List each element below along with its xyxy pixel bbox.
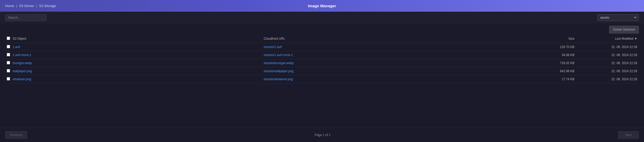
col-header-cloudfront: Cloudfront URL xyxy=(262,35,513,43)
folder-select[interactable]: assets xyxy=(597,14,639,21)
cloudfront-link-0[interactable]: /assets/1.avif xyxy=(264,45,282,49)
table-row: wallpaper.png /assets/wallpaper.png 642.… xyxy=(5,67,639,75)
page-title: Image Manager xyxy=(308,4,336,8)
header-checkbox-cell xyxy=(5,35,11,43)
breadcrumb-home[interactable]: Home xyxy=(5,4,14,8)
row-checkbox-cell xyxy=(5,67,11,75)
row-cloudfront: /assets/whatever.png xyxy=(262,75,513,83)
row-cloudfront: /assets/1.avif-clone-1 xyxy=(262,51,513,59)
breadcrumb-sep-2: | xyxy=(36,4,37,8)
row-modified: 22. 08. 2024 22:26 xyxy=(576,59,639,67)
header: Home | S3 Server | S3 Storage Image Mana… xyxy=(0,0,644,12)
row-modified: 22. 08. 2024 22:26 xyxy=(576,43,639,51)
select-all-checkbox[interactable] xyxy=(7,37,10,40)
row-filename: 1.avif-clone-1 xyxy=(11,51,262,59)
row-filename: broxigar.webp xyxy=(11,59,262,67)
row-cloudfront: /assets/wallpaper.png xyxy=(262,67,513,75)
pagination-info: Page 1 of 1 xyxy=(27,133,618,137)
breadcrumb-s3server[interactable]: S3 Server xyxy=(19,4,34,8)
cloudfront-link-1[interactable]: /assets/1.avif-clone-1 xyxy=(264,53,293,57)
file-link-4[interactable]: whatever.png xyxy=(13,77,31,81)
row-size: 34.06 KB xyxy=(513,51,576,59)
file-link-3[interactable]: wallpaper.png xyxy=(13,69,32,73)
row-checkbox-0[interactable] xyxy=(7,45,10,48)
file-table: S3 Object Cloudfront URL Size Last Modif… xyxy=(5,35,639,83)
delete-area: Delete Selected xyxy=(0,24,644,35)
table-row: broxigar.webp /assets/broxigar.webp 726.… xyxy=(5,59,639,67)
row-filename: wallpaper.png xyxy=(11,67,262,75)
row-checkbox-3[interactable] xyxy=(7,69,10,72)
breadcrumb-s3storage[interactable]: S3 Storage xyxy=(39,4,56,8)
cloudfront-link-2[interactable]: /assets/broxigar.webp xyxy=(264,61,294,65)
breadcrumb: Home | S3 Server | S3 Storage xyxy=(5,4,56,8)
previous-button[interactable]: Previous xyxy=(5,131,27,139)
row-checkbox-1[interactable] xyxy=(7,53,10,56)
row-size: 642.68 KB xyxy=(513,67,576,75)
file-link-0[interactable]: 1.avif xyxy=(13,45,20,49)
row-checkbox-4[interactable] xyxy=(7,77,10,80)
cloudfront-link-4[interactable]: /assets/whatever.png xyxy=(264,77,293,81)
search-input[interactable] xyxy=(5,14,47,21)
table-header-row: S3 Object Cloudfront URL Size Last Modif… xyxy=(5,35,639,43)
toolbar: assets xyxy=(0,12,644,24)
table-row: 1.avif /assets/1.avif 120.70 KB 22. 08. … xyxy=(5,43,639,51)
row-size: 17.74 KB xyxy=(513,75,576,83)
file-link-2[interactable]: broxigar.webp xyxy=(13,61,32,65)
col-header-s3object: S3 Object xyxy=(11,35,262,43)
row-modified: 22. 08. 2024 22:26 xyxy=(576,51,639,59)
table-row: 1.avif-clone-1 /assets/1.avif-clone-1 34… xyxy=(5,51,639,59)
file-table-container: S3 Object Cloudfront URL Size Last Modif… xyxy=(0,35,644,128)
row-cloudfront: /assets/broxigar.webp xyxy=(262,59,513,67)
row-checkbox-cell xyxy=(5,51,11,59)
next-button[interactable]: Next xyxy=(618,131,639,139)
footer: Previous Page 1 of 1 Next xyxy=(0,128,644,142)
row-checkbox-cell xyxy=(5,75,11,83)
col-header-size: Size xyxy=(513,35,576,43)
row-filename: 1.avif xyxy=(11,43,262,51)
row-size: 726.02 KB xyxy=(513,59,576,67)
row-modified: 22. 08. 2024 22:26 xyxy=(576,75,639,83)
delete-selected-button[interactable]: Delete Selected xyxy=(609,26,639,33)
row-modified: 22. 08. 2024 22:26 xyxy=(576,67,639,75)
row-cloudfront: /assets/1.avif xyxy=(262,43,513,51)
row-size: 120.70 KB xyxy=(513,43,576,51)
col-header-modified[interactable]: Last Modified ▼ xyxy=(576,35,639,43)
row-checkbox-cell xyxy=(5,43,11,51)
row-checkbox-2[interactable] xyxy=(7,61,10,64)
row-checkbox-cell xyxy=(5,59,11,67)
file-link-1[interactable]: 1.avif-clone-1 xyxy=(13,53,31,57)
row-filename: whatever.png xyxy=(11,75,262,83)
breadcrumb-sep-1: | xyxy=(16,4,17,8)
table-row: whatever.png /assets/whatever.png 17.74 … xyxy=(5,75,639,83)
cloudfront-link-3[interactable]: /assets/wallpaper.png xyxy=(264,69,293,73)
